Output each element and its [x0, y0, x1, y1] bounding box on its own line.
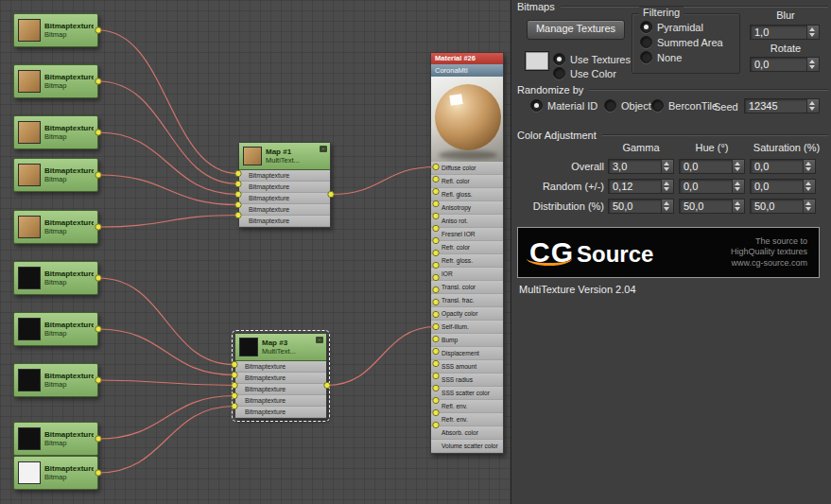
- spinner-down-icon[interactable]: [733, 206, 744, 213]
- bitmap-node[interactable]: BitmaptextureBitmap: [13, 312, 98, 346]
- spinner-up-icon[interactable]: [662, 180, 673, 186]
- material-input-slot[interactable]: SSS amount: [431, 360, 503, 374]
- map-input-slot[interactable]: Bitmaptexture: [239, 170, 330, 182]
- spinner-up-icon[interactable]: [807, 58, 819, 64]
- blur-spinner[interactable]: 1,0: [750, 25, 820, 40]
- map-input-slot[interactable]: Bitmaptexture: [239, 182, 330, 193]
- cg-source-banner[interactable]: CG Source The source to HighQuality text…: [517, 227, 820, 278]
- bitmap-node[interactable]: BitmaptextureBitmap: [13, 456, 98, 490]
- random-gamma-spinner[interactable]: 0,12: [608, 179, 674, 194]
- spinner-arrows[interactable]: [661, 180, 673, 193]
- bitmap-node[interactable]: BitmaptextureBitmap: [13, 64, 98, 98]
- map-input-slot[interactable]: Bitmaptexture: [235, 373, 326, 384]
- spinner-up-icon[interactable]: [733, 180, 744, 186]
- random-saturation-spinner[interactable]: 0,0: [750, 179, 816, 194]
- map-input-slot[interactable]: Bitmaptexture: [239, 216, 330, 227]
- spinner-value[interactable]: 50,0: [609, 200, 661, 213]
- spinner-up-icon[interactable]: [662, 200, 673, 206]
- spinner-down-icon[interactable]: [807, 106, 819, 113]
- bitmap-node[interactable]: BitmaptextureBitmap: [13, 158, 98, 192]
- bitmap-node[interactable]: BitmaptextureBitmap: [13, 261, 98, 295]
- spinner-up-icon[interactable]: [733, 160, 744, 166]
- material-input-slot[interactable]: SSS radius: [431, 374, 503, 387]
- seed-spinner[interactable]: 12345: [744, 98, 820, 113]
- filtering-summed-area-radio[interactable]: Summed Area: [640, 36, 723, 48]
- map-input-slot[interactable]: Bitmaptexture: [239, 193, 330, 204]
- spinner-up-icon[interactable]: [804, 200, 815, 206]
- spinner-value[interactable]: 50,0: [751, 200, 803, 213]
- bitmap-node[interactable]: BitmaptextureBitmap: [13, 422, 98, 456]
- spinner-arrows[interactable]: [806, 58, 819, 71]
- material-input-slot[interactable]: Refr. gloss.: [431, 254, 503, 268]
- spinner-arrows[interactable]: [806, 26, 819, 39]
- material-input-slot[interactable]: Refl. color: [431, 175, 503, 188]
- spinner-arrows[interactable]: [803, 180, 815, 193]
- spinner-down-icon[interactable]: [662, 186, 673, 193]
- spinner-value[interactable]: 0,0: [680, 160, 732, 173]
- spinner-down-icon[interactable]: [662, 206, 673, 213]
- map-node-header[interactable]: Map #1MultiText...-: [239, 143, 330, 170]
- material-input-slot[interactable]: Refl. env.: [431, 400, 503, 413]
- spinner-value[interactable]: 0,0: [751, 180, 803, 193]
- spinner-down-icon[interactable]: [733, 186, 744, 193]
- spinner-arrows[interactable]: [803, 160, 815, 173]
- use-color-radio[interactable]: Use Color: [553, 67, 616, 79]
- rotate-value[interactable]: 0,0: [751, 58, 806, 71]
- spinner-down-icon[interactable]: [804, 186, 815, 193]
- material-input-slot[interactable]: Opacity color: [431, 307, 503, 321]
- filtering-pyramidal-radio[interactable]: Pyramidal: [640, 21, 703, 33]
- map-input-slot[interactable]: Bitmaptexture: [239, 204, 330, 216]
- material-input-slot[interactable]: Transl. frac.: [431, 294, 503, 307]
- map-input-slot[interactable]: Bitmaptexture: [235, 361, 326, 373]
- spinner-arrows[interactable]: [732, 160, 744, 173]
- spinner-arrows[interactable]: [661, 160, 673, 173]
- use-textures-radio[interactable]: Use Textures: [553, 53, 631, 65]
- spinner-down-icon[interactable]: [804, 166, 815, 173]
- spinner-value[interactable]: 3,0: [609, 160, 661, 173]
- spinner-arrows[interactable]: [806, 99, 819, 113]
- node-graph-canvas[interactable]: BitmaptextureBitmapBitmaptextureBitmapBi…: [0, 0, 511, 504]
- spinner-down-icon[interactable]: [733, 166, 744, 173]
- spinner-value[interactable]: 50,0: [680, 200, 732, 213]
- spinner-down-icon[interactable]: [807, 32, 819, 39]
- material-input-slot[interactable]: Fresnel IOR: [431, 228, 503, 241]
- bitmap-node[interactable]: BitmaptextureBitmap: [13, 210, 98, 244]
- color-swatch[interactable]: [525, 51, 549, 71]
- bitmap-node[interactable]: BitmaptextureBitmap: [13, 115, 98, 149]
- overall-hue-spinner[interactable]: 0,0: [679, 159, 745, 174]
- blur-value[interactable]: 1,0: [751, 26, 806, 39]
- material-input-slot[interactable]: Anisotropy: [431, 201, 503, 215]
- spinner-up-icon[interactable]: [807, 26, 819, 32]
- bitmap-node[interactable]: BitmaptextureBitmap: [13, 13, 98, 47]
- distribution-saturation-spinner[interactable]: 50,0: [750, 199, 816, 214]
- map-node-header[interactable]: Map #3MultiText...-: [235, 334, 326, 361]
- material-input-slot[interactable]: Displacement: [431, 347, 503, 360]
- map-input-slot[interactable]: Bitmaptexture: [235, 407, 326, 418]
- map-input-slot[interactable]: Bitmaptexture: [235, 395, 326, 407]
- distribution-hue-spinner[interactable]: 50,0: [679, 199, 745, 214]
- spinner-down-icon[interactable]: [662, 166, 673, 173]
- material-input-slot[interactable]: Aniso rot.: [431, 215, 503, 228]
- randomize-object-radio[interactable]: Object: [604, 99, 651, 112]
- distribution-gamma-spinner[interactable]: 50,0: [608, 199, 674, 214]
- material-input-slot[interactable]: IOR: [431, 268, 503, 281]
- material-input-slot[interactable]: Absorb. color: [431, 426, 503, 440]
- random-hue-spinner[interactable]: 0,0: [679, 179, 745, 194]
- manage-textures-button[interactable]: Manage Textures: [527, 20, 625, 40]
- bitmap-node[interactable]: BitmaptextureBitmap: [13, 363, 98, 397]
- collapse-icon[interactable]: -: [320, 146, 327, 152]
- multitexture-map-node[interactable]: Map #1MultiText...-BitmaptextureBitmapte…: [238, 142, 331, 228]
- spinner-arrows[interactable]: [661, 200, 673, 213]
- filtering-none-radio[interactable]: None: [640, 51, 682, 63]
- material-node[interactable]: Material #26CoronaMtlDiffuse colorRefl. …: [430, 52, 504, 454]
- material-input-slot[interactable]: Bump: [431, 334, 503, 347]
- material-input-slot[interactable]: Volume scatter color: [431, 440, 503, 453]
- spinner-up-icon[interactable]: [662, 160, 673, 166]
- randomize-bercontile-radio[interactable]: BerconTile: [651, 99, 718, 112]
- spinner-down-icon[interactable]: [804, 206, 815, 213]
- material-input-slot[interactable]: Diffuse color: [431, 162, 503, 175]
- spinner-value[interactable]: 0,12: [609, 180, 661, 193]
- spinner-arrows[interactable]: [803, 200, 815, 213]
- spinner-arrows[interactable]: [732, 180, 744, 193]
- collapse-icon[interactable]: -: [316, 337, 323, 343]
